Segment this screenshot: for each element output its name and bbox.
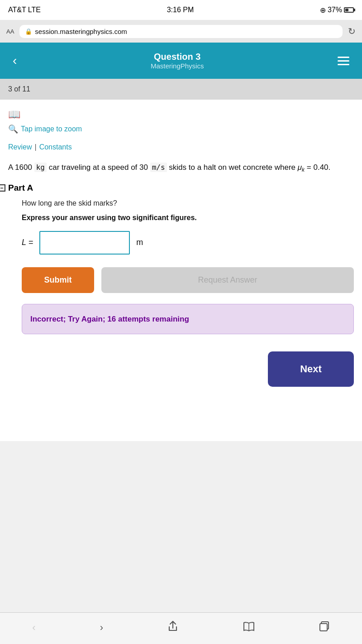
nav-forward-button[interactable]: ›: [100, 622, 103, 634]
question-text: How long are the skid marks?: [22, 199, 354, 207]
status-bar: AT&T LTE 3:16 PM ⊕ 37%: [0, 0, 362, 20]
answer-input[interactable]: [39, 231, 130, 255]
browser-bar: AA 🔒 session.masteringphysics.com ↻: [0, 20, 362, 43]
url-text: session.masteringphysics.com: [35, 28, 127, 35]
font-size-label[interactable]: AA: [6, 28, 14, 35]
part-a-text: Part A: [8, 183, 33, 192]
mu-subscript: k: [302, 167, 305, 173]
divider: |: [34, 143, 36, 151]
problem-text: A 1600 kg car traveling at a speed of 30…: [8, 161, 354, 175]
feedback-box: Incorrect; Try Again; 16 attempts remain…: [22, 304, 354, 335]
answer-label: L =: [22, 238, 33, 247]
back-button[interactable]: ‹: [9, 53, 20, 69]
header-title: Question 3: [151, 52, 204, 62]
request-answer-button[interactable]: Request Answer: [101, 267, 354, 293]
menu-line-3: [338, 64, 349, 65]
nav-back-button[interactable]: ‹: [32, 622, 35, 634]
header-subtitle: MasteringPhysics: [151, 62, 204, 70]
problem-text-3: skids to a halt on wet concrete where: [169, 163, 295, 172]
battery-icon: [344, 7, 354, 13]
unit-kg: kg: [34, 163, 47, 172]
review-constants-row: Review | Constants: [8, 143, 354, 151]
book-icon: 📖: [8, 109, 354, 120]
nav-tabs-button[interactable]: [319, 621, 330, 634]
location-icon: ⊕: [320, 6, 326, 14]
menu-button[interactable]: [334, 55, 353, 67]
part-a-section: − Part A How long are the skid marks? Ex…: [8, 183, 354, 335]
url-bar[interactable]: 🔒 session.masteringphysics.com: [19, 25, 343, 38]
unit-ms: m/s: [150, 163, 167, 172]
part-a-content: How long are the skid marks? Express you…: [8, 199, 354, 335]
app-header: ‹ Question 3 MasteringPhysics: [0, 43, 362, 79]
problem-text-1: A 1600: [8, 163, 32, 172]
action-buttons: Submit Request Answer: [22, 267, 354, 293]
refresh-button[interactable]: ↻: [348, 26, 356, 37]
menu-line-1: [338, 57, 349, 58]
submit-button[interactable]: Submit: [22, 267, 94, 293]
next-button-row: Next: [8, 347, 354, 396]
lock-icon: 🔒: [25, 28, 32, 35]
battery-fill: [345, 9, 348, 11]
answer-unit: m: [136, 238, 143, 247]
battery-percentage: 37%: [328, 6, 342, 14]
constants-link[interactable]: Constants: [39, 143, 72, 151]
zoom-search-icon: 🔍: [8, 124, 18, 134]
time-text: 3:16 PM: [167, 6, 194, 14]
sig-fig-instruction: Express your answer using two significan…: [22, 214, 354, 222]
problem-text-2: car traveling at a speed of 30: [49, 163, 148, 172]
zoom-link[interactable]: 🔍 Tap image to zoom: [8, 124, 354, 134]
svg-rect-2: [320, 624, 327, 631]
feedback-text: Incorrect; Try Again; 16 attempts remain…: [30, 315, 189, 323]
answer-row: L = m: [22, 231, 354, 255]
nav-share-button[interactable]: [167, 620, 178, 635]
part-a-label: − Part A: [8, 183, 354, 193]
carrier-text: AT&T LTE: [8, 6, 41, 14]
menu-line-2: [338, 60, 349, 62]
mu-symbol: μ: [298, 163, 302, 172]
next-button[interactable]: Next: [268, 351, 354, 387]
main-content: 📖 🔍 Tap image to zoom Review | Constants…: [0, 100, 362, 441]
status-right: ⊕ 37%: [320, 6, 354, 14]
progress-indicator: 3 of 11: [0, 79, 362, 100]
zoom-label: Tap image to zoom: [21, 125, 82, 133]
collapse-icon[interactable]: −: [0, 184, 5, 192]
progress-text: 3 of 11: [8, 85, 30, 93]
problem-text-4: = 0.40.: [307, 163, 330, 172]
review-link[interactable]: Review: [8, 143, 32, 151]
header-title-block: Question 3 MasteringPhysics: [151, 52, 204, 70]
bottom-nav: ‹ ›: [0, 612, 362, 644]
nav-bookmark-button[interactable]: [243, 621, 255, 634]
